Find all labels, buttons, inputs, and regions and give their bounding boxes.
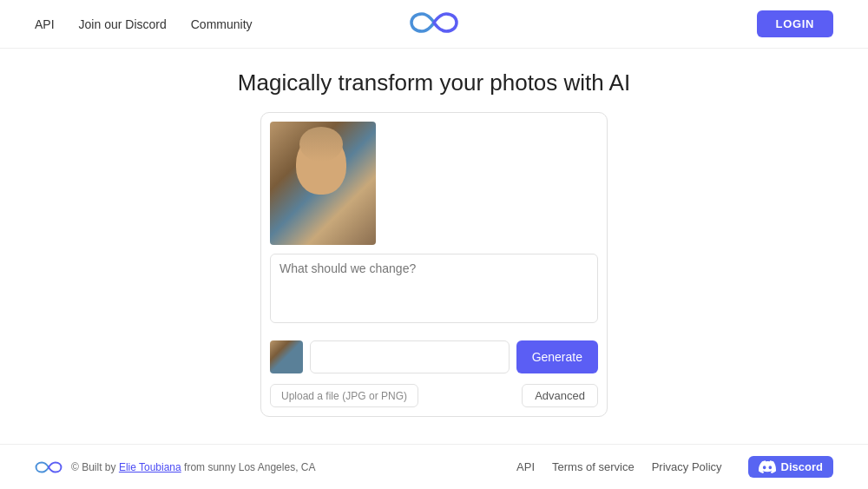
footer-terms-link[interactable]: Terms of service xyxy=(552,460,635,473)
discord-label: Discord xyxy=(781,460,823,473)
upload-hint-text: (JPG or PNG) xyxy=(342,390,407,402)
upload-row: Upload a file (JPG or PNG) Advanced xyxy=(261,382,607,416)
nav-left: API Join our Discord Community xyxy=(35,17,434,31)
nav-right: LOGIN xyxy=(434,10,833,37)
footer-links: API Terms of service Privacy Policy xyxy=(516,460,722,473)
footer-api-link[interactable]: API xyxy=(516,460,535,473)
nav-api-link[interactable]: API xyxy=(35,17,55,31)
bottom-row: Generate xyxy=(261,335,607,382)
discord-icon xyxy=(759,460,776,473)
footer-logo-icon xyxy=(35,459,62,476)
uploaded-image xyxy=(270,122,376,245)
main-content: Magically transform your photos with AI … xyxy=(0,49,868,417)
hero-title: Magically transform your photos with AI xyxy=(238,69,630,96)
prompt-area xyxy=(261,245,607,335)
login-button[interactable]: LOGIN xyxy=(757,10,833,37)
footer-privacy-link[interactable]: Privacy Policy xyxy=(652,460,722,473)
logo xyxy=(410,7,458,42)
inline-prompt-input[interactable] xyxy=(310,340,510,373)
nav-community-link[interactable]: Community xyxy=(191,17,253,31)
image-thumbnail xyxy=(270,340,303,373)
footer-right: Discord xyxy=(748,456,833,478)
generate-button[interactable]: Generate xyxy=(516,340,598,373)
nav-discord-link[interactable]: Join our Discord xyxy=(79,17,167,31)
upload-card: Generate Upload a file (JPG or PNG) Adva… xyxy=(260,112,608,417)
upload-file-button[interactable]: Upload a file (JPG or PNG) xyxy=(270,384,418,407)
footer-left: © Built by Elie Toubiana from sunny Los … xyxy=(35,459,516,476)
image-area xyxy=(261,113,607,245)
advanced-button[interactable]: Advanced xyxy=(522,384,598,407)
header: API Join our Discord Community LOGIN xyxy=(0,0,868,49)
prompt-textarea[interactable] xyxy=(270,254,598,323)
footer-author-link[interactable]: Elie Toubiana xyxy=(119,461,181,473)
upload-label-text: Upload a file xyxy=(281,390,339,402)
discord-badge-button[interactable]: Discord xyxy=(748,456,833,478)
footer: © Built by Elie Toubiana from sunny Los … xyxy=(0,444,868,489)
footer-copyright: © Built by Elie Toubiana from sunny Los … xyxy=(71,461,315,473)
